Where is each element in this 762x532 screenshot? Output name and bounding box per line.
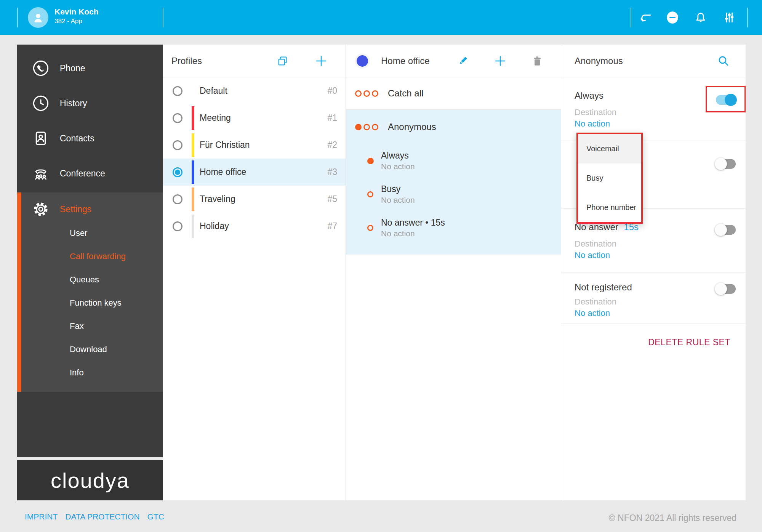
profile-color-bar — [192, 133, 194, 157]
profiles-panel: Profiles Default #0 Meeting #1 Für Chris… — [163, 45, 346, 500]
topbar-divider — [747, 8, 748, 27]
sidebar-item-contacts[interactable]: Contacts — [17, 121, 163, 156]
profiles-title: Profiles — [163, 56, 202, 66]
profile-row-default[interactable]: Default #0 — [163, 77, 346, 104]
contacts-icon — [32, 130, 49, 147]
sidebar-item-label: Conference — [60, 168, 105, 179]
sidebar-subitem-call-forwarding[interactable]: Call forwarding — [17, 245, 163, 268]
settings-section: Settings User Call forwarding Queues Fun… — [17, 192, 163, 392]
cloudya-logo-block: cloudya — [17, 460, 163, 500]
condition-dot-open — [366, 225, 375, 231]
top-bar: Kevin Koch 382 - App — [0, 0, 762, 35]
profile-number: #3 — [327, 167, 346, 177]
profile-number: #5 — [327, 194, 346, 204]
bell-icon[interactable] — [694, 11, 708, 24]
profile-row-fuer-christian[interactable]: Für Christian #2 — [163, 131, 346, 159]
add-profile-icon[interactable] — [315, 55, 327, 67]
destination-label: Destination — [575, 239, 746, 249]
sidebar-nav: Phone History Contacts Confere — [17, 45, 163, 457]
rule-detail-panel: Anonymous Always Destination No action N… — [561, 45, 746, 500]
profile-color-bar — [192, 79, 194, 103]
sidebar-subitem-queues[interactable]: Queues — [17, 268, 163, 291]
dropdown-option-voicemail[interactable]: Voicemail — [578, 134, 641, 163]
sidebar-item-conference[interactable]: Conference — [17, 156, 163, 191]
topbar-divider — [163, 8, 163, 27]
user-icon — [32, 12, 44, 23]
profile-radio[interactable] — [173, 140, 182, 150]
rules-profile-title: Home office — [381, 56, 430, 66]
rule-condition-busy[interactable]: Busy No action — [346, 178, 561, 211]
profile-number: #2 — [327, 140, 346, 150]
do-not-disturb-icon[interactable] — [666, 11, 679, 24]
destination-value-link[interactable]: No action — [575, 119, 746, 129]
search-icon[interactable] — [717, 55, 730, 67]
profile-radio[interactable] — [173, 221, 182, 231]
sidebar-subitem-info[interactable]: Info — [17, 361, 163, 384]
profile-radio-selected[interactable] — [173, 167, 182, 177]
rule-condition-no-answer[interactable]: No answer • 15s No action — [346, 211, 561, 245]
sidebar-subitem-download[interactable]: Download — [17, 338, 163, 361]
sidebar-item-label: Contacts — [60, 133, 94, 144]
dropdown-option-busy[interactable]: Busy — [578, 163, 641, 193]
gtc-link[interactable]: GTC — [147, 512, 164, 521]
gear-icon — [32, 201, 49, 218]
trash-icon[interactable] — [532, 55, 543, 67]
user-name: Kevin Koch — [54, 7, 99, 17]
profile-name: Meeting — [200, 113, 231, 123]
profile-row-holiday[interactable]: Holiday #7 — [163, 213, 346, 240]
profile-row-meeting[interactable]: Meeting #1 — [163, 104, 346, 131]
not-registered-toggle[interactable] — [716, 284, 736, 294]
profile-name: Holiday — [200, 221, 229, 231]
destination-value-link[interactable]: No action — [575, 308, 746, 318]
app-window: Kevin Koch 382 - App — [0, 0, 762, 532]
destination-label: Destination — [575, 107, 746, 117]
profile-name: Default — [200, 86, 227, 96]
destination-value-link[interactable]: No action — [575, 250, 746, 260]
profile-color-bar — [192, 215, 194, 238]
equalizer-icon[interactable] — [722, 11, 736, 24]
profile-radio[interactable] — [173, 194, 182, 204]
topbar-divider — [631, 8, 631, 27]
rule-item-anonymous[interactable]: Anonymous — [346, 110, 561, 144]
profile-row-home-office[interactable]: Home office #3 — [163, 159, 346, 186]
rules-header: Home office — [346, 45, 561, 77]
condition-label: No answer • 15s — [381, 218, 445, 228]
profile-color-bar — [192, 187, 194, 211]
copy-profile-icon[interactable] — [277, 55, 288, 67]
detail-row-not-registered: Not registered Destination No action — [561, 272, 746, 324]
busy-toggle[interactable] — [716, 159, 736, 169]
condition-value: No action — [381, 162, 415, 171]
sidebar-subitem-fax[interactable]: Fax — [17, 314, 163, 338]
condition-dot-open — [366, 191, 375, 197]
edit-icon[interactable] — [457, 55, 469, 67]
data-protection-link[interactable]: DATA PROTECTION — [65, 512, 139, 521]
avatar[interactable] — [28, 7, 48, 28]
dropdown-option-phone-number[interactable]: Phone number — [578, 193, 641, 222]
footer-links: IMPRINT DATA PROTECTION GTC — [25, 512, 164, 521]
sidebar-item-history[interactable]: History — [17, 86, 163, 121]
sidebar-item-settings[interactable]: Settings — [17, 197, 163, 221]
rule-item-catch-all[interactable]: Catch all — [346, 77, 561, 110]
profile-number: #0 — [327, 86, 346, 96]
profile-radio[interactable] — [173, 86, 182, 96]
imprint-link[interactable]: IMPRINT — [25, 512, 58, 521]
rule-label: Catch all — [388, 88, 423, 99]
history-icon — [32, 95, 49, 112]
sidebar-subitem-user[interactable]: User — [17, 221, 163, 245]
profiles-header: Profiles — [163, 45, 346, 77]
profile-row-traveling[interactable]: Traveling #5 — [163, 186, 346, 213]
forward-icon[interactable] — [639, 11, 653, 24]
no-answer-toggle[interactable] — [716, 225, 736, 235]
always-toggle[interactable] — [716, 95, 736, 105]
sidebar-subitem-function-keys[interactable]: Function keys — [17, 291, 163, 314]
topbar-divider — [17, 8, 18, 27]
profile-radio[interactable] — [173, 113, 182, 123]
sidebar-item-phone[interactable]: Phone — [17, 51, 163, 86]
detail-header: Anonymous — [561, 45, 746, 77]
rule-condition-always[interactable]: Always No action — [346, 144, 561, 178]
profile-name: Für Christian — [200, 140, 250, 150]
rules-panel: Home office Catch all Anonymous — [346, 45, 561, 500]
add-rule-icon[interactable] — [494, 55, 506, 67]
condition-dot-filled — [366, 158, 375, 164]
delete-rule-set-button[interactable]: DELETE RULE SET — [648, 337, 730, 347]
